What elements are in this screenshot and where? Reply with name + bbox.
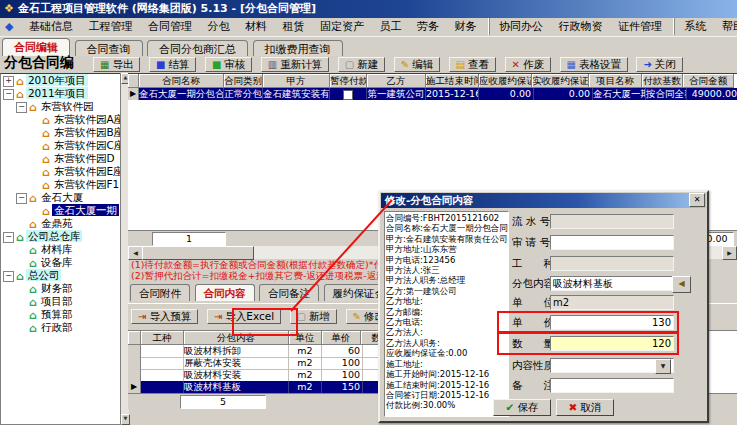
detail-tab-label: 合同备注 [268,287,310,299]
tree-item[interactable]: ⌂东营软件园D [1,152,121,165]
column-header[interactable]: 暂停付款 [330,74,367,88]
apply-no-field[interactable] [550,235,674,250]
menu-item[interactable]: 行政物资 [552,18,608,35]
house-icon: ⌂ [29,322,37,335]
column-header[interactable]: 合同金额 [683,74,734,88]
remark-field[interactable] [550,378,674,393]
tree-item[interactable]: ⌂预算部 [1,308,121,321]
module-tab[interactable]: 合同查询 [75,40,143,57]
menu-item[interactable]: 分包 [201,18,235,35]
chevron-down-icon[interactable]: ▼ [655,359,671,374]
menu-item[interactable]: 证件管理 [612,18,668,35]
tree-expand-toggle[interactable]: − [16,193,27,204]
tree-expand-toggle[interactable]: − [3,89,14,100]
tree-expand-toggle[interactable]: − [3,232,14,243]
tree-expand-toggle[interactable]: − [3,271,14,282]
column-header[interactable]: 甲方 [263,74,330,88]
save-button[interactable]: ✔保存 [493,399,551,416]
contract-row[interactable]: ▶金石大厦一期分包合同正常分包金石建筑安装有限第一建筑公司2015-12-160… [128,88,737,100]
tree-item[interactable]: ⌂东营软件园F1 [1,178,121,191]
tree-item[interactable]: ⌂项目部 [1,295,121,308]
tree-item[interactable]: ⌂东营软件园B座 [1,126,121,139]
tree-item[interactable]: ⌂东营软件园A座 [1,113,121,126]
scroll-right-icon[interactable]: ▶ [722,246,737,260]
menu-item[interactable]: 系统 [674,18,712,35]
content-field[interactable]: 吸波材料基板 [550,276,674,291]
toolbar-button[interactable]: ▦导出 [93,57,140,72]
column-header[interactable]: 单位 [289,331,322,345]
menu-item[interactable]: 帮助 [716,18,737,35]
tree-expand-toggle[interactable]: + [3,76,14,87]
tree-item[interactable]: ⌂行政部 [1,321,121,334]
column-header[interactable]: 施工结束时间 [426,74,479,88]
tree-item[interactable]: ⌂设备库 [1,256,121,269]
detail-toolbar-button[interactable]: ⇥导入Excel [207,309,281,324]
menu-item[interactable]: 劳务 [411,18,445,35]
column-header[interactable]: 分包内容 [184,331,289,345]
menu-item[interactable]: 固定资产 [314,18,370,35]
qty-field[interactable]: 120 [550,336,674,351]
toolbar-button[interactable]: ✕作废 [505,57,551,72]
tree-item[interactable]: +⌂2010年项目 [1,74,121,87]
tree-expand-toggle[interactable]: − [16,102,27,113]
column-header[interactable]: 单价 [322,331,361,345]
column-header[interactable] [128,331,141,345]
tree-item[interactable]: −⌂总公司 [1,269,121,282]
module-tabs: 合同编辑 合同查询 合同分包商汇总 扣缴费用查询 [0,36,737,58]
toolbar-button[interactable]: ▢新建 [338,57,385,72]
detail-tab[interactable]: 合同附件 [130,284,190,301]
toolbar-button[interactable]: ▦表格设置 [560,57,628,72]
menu-item[interactable]: 员工 [373,18,407,35]
pause-payment-checkbox[interactable] [343,90,353,100]
scroll-left-icon[interactable]: ◀ [128,246,143,260]
toolbar-button[interactable]: ■审核 [205,57,252,72]
toolbar-button[interactable]: ▥重新计算 [261,57,329,72]
menu-item[interactable]: 合同管理 [142,18,198,35]
menu-item[interactable]: 财务 [448,18,482,35]
tree-item[interactable]: −⌂公司总仓库 [1,230,121,243]
toolbar-button[interactable]: ▤查看 [449,57,496,72]
tree-item[interactable]: ⌂金石大厦一期 [1,204,121,217]
app-menu-icon[interactable]: ◆ [0,20,19,33]
detail-toolbar-button[interactable]: ⇥导入预算 [131,309,198,324]
column-header[interactable]: 应收履约保证金 [479,74,532,88]
module-tab[interactable]: 合同分包商汇总 [147,40,248,57]
toolbar-button[interactable]: ✎编辑 [394,57,440,72]
price-field[interactable]: 130 [550,315,674,330]
column-header[interactable]: 合同类别 [224,74,263,88]
detail-tab[interactable]: 合同内容 [195,284,255,301]
menu-item[interactable]: 材料 [239,18,273,35]
browse-icon[interactable]: ◀ [672,276,691,293]
menu-item[interactable]: 基础信息 [23,18,79,35]
column-header[interactable]: 合同名称 [139,74,224,88]
tree-item[interactable]: ⌂金鼎苑 [1,217,121,230]
close-icon[interactable]: ✕ [689,193,705,207]
detail-tab[interactable]: 合同备注 [259,284,319,301]
tree-item[interactable]: ⌂东营软件园E座 [1,165,121,178]
tree-item[interactable]: ⌂材料库 [1,243,121,256]
dialog-titlebar[interactable]: 修改-分包合同内容 [381,193,706,208]
column-header[interactable]: 工种 [141,331,184,345]
column-header[interactable] [128,74,139,88]
unit-label: 单 位 [512,296,554,310]
column-header[interactable]: 付款基数 [642,74,683,88]
tree-item[interactable]: −⌂东营软件园 [1,100,121,113]
tree-item[interactable]: ⌂东营软件园C座 [1,139,121,152]
toolbar-button[interactable]: ■结算 [149,57,196,72]
module-tab[interactable]: 扣缴费用查询 [253,40,343,57]
column-header[interactable]: 实收履约保证金 [532,74,589,88]
scroll-down-icon[interactable]: ▼ [121,414,130,425]
menu-item[interactable]: 工程管理 [82,18,138,35]
menu-item[interactable]: 租赁 [276,18,310,35]
tree-item[interactable]: −⌂金石大厦 [1,191,121,204]
column-header[interactable]: 项目名称 [589,74,642,88]
tree-item[interactable]: ⌂财务部 [1,282,121,295]
detail-toolbar-button[interactable]: ▢新增 [290,309,337,324]
scrollbar-thumb[interactable] [142,246,254,260]
cell-party-a: 金石建筑安装有限 [263,88,330,100]
tree-item[interactable]: −⌂2011年项目 [1,87,121,100]
column-header[interactable]: 乙方 [367,74,426,88]
toolbar-button[interactable]: ➜关闭 [636,57,682,72]
cancel-button[interactable]: ✖取消 [556,399,614,416]
menu-item[interactable]: 协同办公 [489,18,549,35]
